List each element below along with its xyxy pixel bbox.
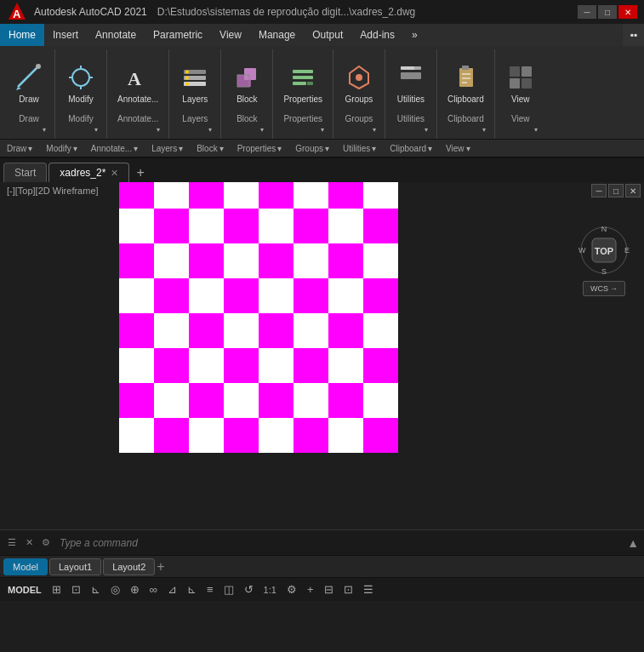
ribbon-expand-utilities[interactable]: Utilities ▾ — [336, 140, 383, 157]
clipboard-button[interactable]: Clipboard — [442, 59, 489, 107]
grid-toggle[interactable]: ⊞ — [49, 583, 64, 596]
viewport-scale[interactable]: ⊟ — [322, 583, 336, 596]
vp-close-button[interactable]: ✕ — [625, 184, 641, 197]
properties-expand[interactable]: ▾ — [317, 123, 328, 134]
viewport[interactable]: [-][Top][2D Wireframe] ─ □ ✕ — [0, 182, 644, 529]
cmd-menu-button[interactable]: ☰ — [5, 536, 19, 550]
svg-text:A: A — [13, 8, 21, 20]
svg-text:TOP: TOP — [595, 246, 613, 256]
modify-expand[interactable]: ▾ — [91, 123, 101, 134]
sel-cycle-toggle[interactable]: ↺ — [242, 583, 256, 596]
groups-button[interactable]: Groups — [339, 59, 379, 107]
tab-start-label: Start — [14, 167, 36, 179]
checker-cell — [363, 243, 398, 278]
block-button[interactable]: Block — [226, 59, 267, 107]
trans-toggle[interactable]: ◫ — [221, 583, 237, 596]
ribbon-expand-properties[interactable]: Properties ▾ — [231, 140, 289, 157]
block-expand[interactable]: ▾ — [257, 123, 267, 134]
menu-item-addins[interactable]: Add-ins — [351, 24, 403, 46]
checker-cell — [294, 383, 328, 418]
maximize-button[interactable]: □ — [598, 5, 617, 19]
view-expand[interactable]: ▾ — [531, 123, 541, 134]
menu-item-output[interactable]: Output — [304, 24, 351, 46]
fullscreen-toggle[interactable]: ⊡ — [341, 583, 356, 596]
viewcube[interactable]: N S E W TOP WCS → — [574, 225, 634, 335]
layers-button[interactable]: Layers — [174, 59, 215, 107]
ducs-toggle[interactable]: ⊿ — [165, 583, 180, 596]
ribbon-expand-clipboard[interactable]: Clipboard ▾ — [383, 140, 439, 157]
tab-layout1[interactable]: Layout1 — [49, 558, 101, 575]
vp-maximize-button[interactable]: □ — [608, 184, 624, 197]
close-button[interactable]: ✕ — [618, 5, 637, 19]
ribbon-expand-layers[interactable]: Layers ▾ — [145, 140, 190, 157]
utilities-button[interactable]: Utilities — [390, 59, 431, 107]
clipboard-expand[interactable]: ▾ — [479, 123, 489, 134]
polar-toggle[interactable]: ◎ — [108, 583, 123, 596]
workspace-selector[interactable]: ▪▪ — [623, 24, 644, 46]
ribbon-expand-modify[interactable]: Modify ▾ — [39, 140, 83, 157]
lw-toggle[interactable]: ≡ — [204, 583, 216, 596]
menu-overflow[interactable]: » — [403, 24, 426, 46]
tab-start[interactable]: Start — [3, 163, 47, 182]
annotate-expand[interactable]: ▾ — [153, 123, 163, 134]
minimize-button[interactable]: ─ — [578, 5, 596, 19]
ribbon-expand-groups[interactable]: Groups ▾ — [288, 140, 336, 157]
tab-layout2[interactable]: Layout2 — [103, 558, 155, 575]
tab-close-xadres2[interactable]: ✕ — [111, 168, 118, 179]
utilities-group-label: Utilities — [397, 114, 425, 123]
statusbar-menu[interactable]: ☰ — [361, 583, 376, 596]
checker-cell — [189, 209, 224, 243]
checker-cell — [328, 383, 363, 418]
layers-expand[interactable]: ▾ — [205, 123, 215, 134]
cmd-settings-button[interactable]: ⚙ — [39, 536, 53, 550]
checker-cell — [224, 313, 259, 348]
dyn-toggle[interactable]: ⊾ — [185, 583, 199, 596]
tab-xadres2[interactable]: xadres_2* ✕ — [48, 163, 129, 182]
ribbon-expand-annotate[interactable]: Annotate... ▾ — [84, 140, 145, 157]
trans-icon: ◫ — [224, 583, 234, 596]
ribbon-expand-view[interactable]: View ▾ — [439, 140, 477, 157]
ribbon-expand-draw[interactable]: Draw ▾ — [0, 140, 39, 157]
utilities-expand[interactable]: ▾ — [421, 123, 431, 134]
wcs-button[interactable]: WCS → — [583, 281, 625, 296]
wcs-arrow: → — [610, 284, 618, 293]
menu-item-insert[interactable]: Insert — [44, 24, 87, 46]
checker-row-1 — [119, 209, 400, 243]
checker-cell — [363, 182, 398, 209]
vp-minimize-button[interactable]: ─ — [591, 184, 607, 197]
anno-scale[interactable]: 1:1 — [261, 585, 279, 595]
tab-layout-add-button[interactable]: + — [157, 559, 164, 575]
menu-item-parametric[interactable]: Parametric — [145, 24, 211, 46]
tab-model[interactable]: Model — [3, 558, 48, 575]
ortho-toggle[interactable]: ⊾ — [88, 583, 103, 596]
snap-toggle[interactable]: ⊡ — [69, 583, 83, 596]
ribbon-group-draw: Draw Draw ▾ — [3, 49, 55, 139]
draw-button[interactable]: Draw — [9, 59, 49, 107]
add-scale-button[interactable]: + — [305, 583, 316, 596]
view-button[interactable]: View — [500, 59, 541, 107]
checker-cell — [259, 278, 294, 313]
properties-button[interactable]: Properties — [278, 59, 328, 107]
svg-rect-33 — [462, 82, 467, 83]
draw-icon — [14, 62, 44, 93]
anno-vis-toggle[interactable]: ⚙ — [284, 583, 299, 596]
tab-add-button[interactable]: + — [129, 165, 151, 180]
cmd-expand-button[interactable]: ▲ — [627, 536, 639, 550]
menu-item-view[interactable]: View — [211, 24, 250, 46]
menu-item-home[interactable]: Home — [0, 24, 44, 46]
vp-scale-icon: ⊟ — [324, 583, 333, 596]
menu-item-annotate[interactable]: Annotate — [87, 24, 145, 46]
ribbon-expand-block[interactable]: Block ▾ — [190, 140, 230, 157]
checker-cell — [119, 383, 154, 418]
groups-expand[interactable]: ▾ — [369, 123, 379, 134]
window-controls: ─ □ ✕ — [578, 5, 637, 19]
cmd-close-button[interactable]: ✕ — [22, 536, 36, 550]
otrack-toggle[interactable]: ∞ — [147, 583, 160, 596]
menu-item-manage[interactable]: Manage — [250, 24, 304, 46]
osnap-toggle[interactable]: ⊕ — [128, 583, 142, 596]
annotate-button[interactable]: A Annotate... — [112, 59, 163, 107]
command-input[interactable] — [56, 537, 624, 549]
checker-row-5 — [119, 348, 400, 383]
draw-expand[interactable]: ▾ — [39, 123, 49, 134]
modify-button[interactable]: Modify — [60, 59, 101, 107]
